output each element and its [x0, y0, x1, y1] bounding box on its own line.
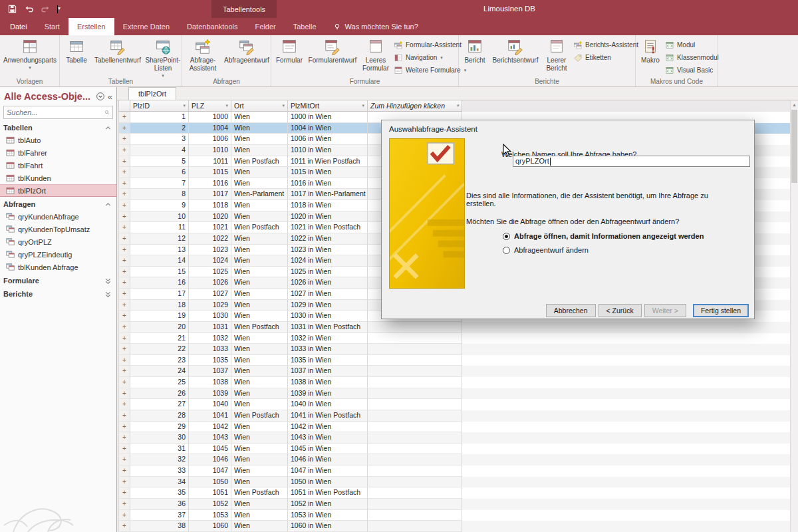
- cell-plzmitort[interactable]: 1042 in Wien: [288, 422, 368, 433]
- cell-plzid[interactable]: 10: [130, 211, 189, 223]
- cell-plzid[interactable]: 27: [130, 399, 189, 410]
- nav-item-tblFahrt[interactable]: tblFahrt: [0, 159, 116, 172]
- row-expand-button[interactable]: +: [118, 399, 130, 410]
- cell-plzid[interactable]: 32: [130, 454, 189, 466]
- cell-ort[interactable]: Wien: [231, 267, 288, 278]
- abfrage-assistent-button[interactable]: Abfrage-Assistent: [184, 37, 221, 72]
- qat-customize-dropdown[interactable]: ▾: [57, 5, 58, 13]
- table-row[interactable]: +261039Wien1039 in Wien: [118, 388, 798, 400]
- leerer-bericht-button[interactable]: Leerer Bericht: [542, 37, 571, 72]
- cell-plzid[interactable]: 9: [130, 200, 189, 211]
- table-row[interactable]: +211032Wien1032 in Wien: [118, 333, 798, 344]
- row-expand-button[interactable]: +: [118, 355, 130, 366]
- cell-plz[interactable]: 1039: [189, 388, 231, 400]
- cell-plzid[interactable]: 21: [130, 333, 189, 344]
- cell-plzmitort[interactable]: 1032 in Wien: [288, 333, 368, 344]
- cell-add-column[interactable]: [368, 466, 462, 477]
- tab-externe-daten[interactable]: Externe Daten: [114, 18, 178, 35]
- cell-ort[interactable]: Wien: [231, 432, 288, 444]
- row-expand-button[interactable]: +: [118, 311, 130, 322]
- row-expand-button[interactable]: +: [118, 255, 130, 267]
- column-dropdown-icon[interactable]: ▾: [282, 103, 285, 108]
- cell-plz[interactable]: 1043: [189, 432, 231, 444]
- cell-plz[interactable]: 1016: [189, 178, 231, 190]
- cell-plzmitort[interactable]: 1022 in Wien: [288, 233, 368, 245]
- cell-plz[interactable]: 1025: [189, 267, 231, 278]
- cell-plzmitort[interactable]: 1020 in Wien: [288, 211, 368, 223]
- formular-button[interactable]: Formular: [273, 37, 305, 65]
- cell-ort[interactable]: Wien-Parlament: [231, 189, 288, 200]
- berichts-assistent-button[interactable]: Berichts-Assistent: [571, 39, 635, 51]
- cell-add-column[interactable]: [368, 432, 462, 444]
- cell-ort[interactable]: Wien: [231, 499, 288, 510]
- nav-shutter-button[interactable]: «: [108, 92, 112, 102]
- cell-ort[interactable]: Wien: [231, 145, 288, 156]
- cell-plz[interactable]: 1021: [189, 222, 231, 233]
- row-expand-button[interactable]: +: [118, 189, 130, 200]
- vertical-scrollbar[interactable]: ▲: [790, 100, 798, 532]
- cell-plz[interactable]: 1029: [189, 300, 231, 311]
- nav-item-qryOrtPLZ[interactable]: qryOrtPLZ: [0, 235, 116, 248]
- row-expand-button[interactable]: +: [118, 444, 130, 455]
- cell-plzid[interactable]: 2: [130, 123, 189, 134]
- cell-plzmitort[interactable]: 1039 in Wien: [288, 388, 368, 400]
- row-expand-button[interactable]: +: [118, 466, 130, 477]
- nav-section-formulare[interactable]: Formulare: [0, 275, 116, 287]
- cell-ort[interactable]: Wien: [231, 200, 288, 211]
- cell-add-column[interactable]: [368, 454, 462, 466]
- abfrageentwurf-button[interactable]: Abfrageentwurf: [221, 37, 272, 65]
- cell-plzmitort[interactable]: 1050 in Wien: [288, 477, 368, 488]
- cell-plz[interactable]: 1053: [189, 510, 231, 521]
- cell-add-column[interactable]: [368, 377, 462, 388]
- cell-plzid[interactable]: 3: [130, 134, 189, 145]
- cell-ort[interactable]: Wien: [231, 377, 288, 388]
- cell-ort[interactable]: Wien: [231, 333, 288, 344]
- formular-assistent-button[interactable]: Formular-Assistent: [392, 39, 460, 51]
- cell-plzmitort[interactable]: 1018 in Wien: [288, 200, 368, 211]
- row-expand-button[interactable]: +: [118, 211, 130, 223]
- cell-ort[interactable]: Wien: [231, 344, 288, 355]
- table-row[interactable]: +291042Wien1042 in Wien: [118, 422, 798, 433]
- cell-ort[interactable]: Wien: [231, 123, 288, 134]
- cell-plzid[interactable]: 24: [130, 366, 189, 377]
- cell-add-column[interactable]: [368, 388, 462, 400]
- row-expand-button[interactable]: +: [118, 422, 130, 433]
- cell-plzid[interactable]: 6: [130, 167, 189, 178]
- cell-plzmitort[interactable]: 1041 in Wien Postfach: [288, 410, 368, 422]
- cell-ort[interactable]: Wien: [231, 134, 288, 145]
- tab-start[interactable]: Start: [36, 18, 68, 35]
- row-expand-button[interactable]: +: [118, 487, 130, 499]
- row-expand-button[interactable]: +: [118, 267, 130, 278]
- bericht-button[interactable]: Bericht: [461, 37, 489, 65]
- cell-ort[interactable]: Wien: [231, 289, 288, 300]
- cell-plz[interactable]: 1015: [189, 167, 231, 178]
- row-expand-button[interactable]: +: [118, 300, 130, 311]
- cell-ort[interactable]: Wien: [231, 444, 288, 455]
- cell-plzid[interactable]: 15: [130, 267, 189, 278]
- scroll-up-arrow[interactable]: ▲: [791, 100, 798, 108]
- cell-plzid[interactable]: 29: [130, 422, 189, 433]
- cell-plzid[interactable]: 22: [130, 344, 189, 355]
- cell-plz[interactable]: 1027: [189, 289, 231, 300]
- nav-section-berichte[interactable]: Berichte: [0, 288, 116, 300]
- cell-add-column[interactable]: [368, 410, 462, 422]
- cell-plzid[interactable]: 26: [130, 388, 189, 400]
- cell-ort[interactable]: Wien: [231, 233, 288, 245]
- cell-plzmitort[interactable]: 1047 in Wien: [288, 466, 368, 477]
- etiketten-button[interactable]: Etiketten: [571, 51, 635, 64]
- cell-ort[interactable]: Wien: [231, 211, 288, 223]
- table-row[interactable]: +221033Wien1033 in Wien: [118, 344, 798, 355]
- cell-plzmitort[interactable]: 1000 in Wien: [288, 112, 368, 123]
- klassenmodul-button[interactable]: Klassenmodul: [663, 51, 716, 64]
- row-expand-button[interactable]: +: [118, 432, 130, 444]
- cell-plz[interactable]: 1052: [189, 499, 231, 510]
- cell-plzmitort[interactable]: 1035 in Wien: [288, 355, 368, 366]
- select-all-cell[interactable]: [118, 100, 130, 112]
- cell-plzmitort[interactable]: 1027 in Wien: [288, 289, 368, 300]
- cell-plzid[interactable]: 33: [130, 466, 189, 477]
- column-header-ort[interactable]: Ort▾: [231, 100, 288, 112]
- cell-plzmitort[interactable]: 1053 in Wien: [288, 510, 368, 521]
- cell-plz[interactable]: 1022: [189, 233, 231, 245]
- cell-ort[interactable]: Wien Postfach: [231, 156, 288, 168]
- cell-plzid[interactable]: 18: [130, 300, 189, 311]
